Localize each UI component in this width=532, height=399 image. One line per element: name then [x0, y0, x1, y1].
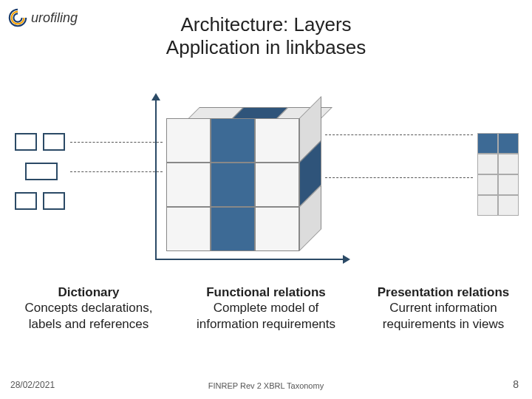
axis-horizontal: [155, 259, 347, 260]
grid-cell: [498, 133, 519, 154]
grid-cell: [477, 195, 498, 216]
footer-page-number: 8: [513, 378, 519, 390]
cube-cell: [166, 118, 211, 163]
cube-cell: [166, 207, 211, 251]
logo: urofiling: [7, 7, 78, 28]
grid-cell: [498, 154, 519, 174]
caption-sub: Current information requirements in view…: [383, 301, 504, 330]
connector-dash: [70, 142, 163, 143]
dict-box: [25, 163, 58, 180]
cube-cell: [211, 207, 255, 251]
eurofiling-swirl-icon: [7, 7, 28, 28]
caption-functional: Functional relations Complete model of i…: [185, 284, 347, 332]
connector-dash: [325, 177, 473, 178]
caption-title: Dictionary: [7, 284, 170, 300]
cube-cell: [255, 207, 299, 251]
grid-cell: [498, 195, 519, 216]
connector-dash: [325, 134, 473, 135]
footer-date: 28/02/2021: [10, 380, 55, 390]
dict-box: [15, 133, 37, 151]
dict-box: [43, 192, 65, 210]
caption-dictionary: Dictionary Concepts declarations, labels…: [7, 284, 170, 332]
captions-row: Dictionary Concepts declarations, labels…: [0, 284, 532, 332]
logo-text: urofiling: [31, 10, 78, 26]
caption-title: Presentation relations: [362, 284, 525, 300]
slide-title: Architecture: Layers Application in link…: [166, 13, 366, 59]
cube-cell: [166, 163, 211, 207]
title-line-1: Architecture: Layers: [166, 13, 366, 36]
cube-cell: [255, 163, 299, 207]
dict-box: [15, 192, 37, 210]
caption-presentation: Presentation relations Current informati…: [362, 284, 525, 332]
connector-dash: [70, 171, 163, 172]
presentation-grid: [477, 133, 519, 216]
caption-title: Functional relations: [185, 284, 347, 300]
axis-vertical: [155, 96, 157, 259]
cube-cell: [255, 118, 299, 163]
dict-box: [43, 133, 65, 151]
caption-sub: Concepts declarations, labels and refere…: [25, 301, 153, 330]
grid-cell: [477, 133, 498, 154]
title-line-2: Application in linkbases: [166, 36, 366, 59]
grid-cell: [477, 154, 498, 174]
architecture-diagram: [0, 96, 532, 273]
caption-sub: Complete model of information requiremen…: [197, 301, 335, 330]
footer-source: FINREP Rev 2 XBRL Taxonomy: [208, 381, 324, 390]
grid-cell: [498, 174, 519, 195]
cube-cell: [211, 163, 255, 207]
grid-cell: [477, 174, 498, 195]
cube-cell: [211, 118, 255, 163]
